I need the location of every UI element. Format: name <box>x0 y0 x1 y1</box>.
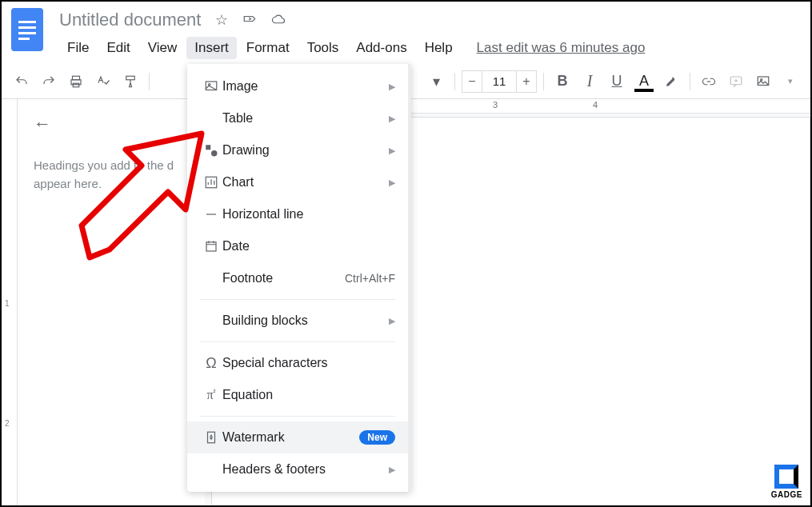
font-size-increase[interactable]: + <box>516 70 537 93</box>
svg-rect-13 <box>208 432 215 443</box>
menu-separator <box>200 341 395 342</box>
italic-button[interactable]: I <box>578 70 602 94</box>
submenu-arrow-icon: ▶ <box>389 465 395 475</box>
menu-tools[interactable]: Tools <box>299 37 347 59</box>
menu-item-table[interactable]: Table ▶ <box>187 102 408 134</box>
separator <box>543 73 544 90</box>
menu-item-label: Headers & footers <box>222 462 389 477</box>
watermark-icon <box>200 430 222 445</box>
menubar: File Edit View Insert Format Tools Add-o… <box>59 37 801 59</box>
add-comment-button[interactable] <box>724 70 748 94</box>
underline-button[interactable]: U <box>605 70 629 94</box>
menu-item-building-blocks[interactable]: Building blocks ▶ <box>187 305 408 337</box>
calendar-icon <box>200 239 222 254</box>
menu-item-special-characters[interactable]: Ω Special characters <box>187 347 408 379</box>
star-icon[interactable]: ☆ <box>215 11 228 29</box>
submenu-arrow-icon: ▶ <box>389 146 395 156</box>
menu-item-label: Equation <box>222 388 395 402</box>
insert-link-button[interactable] <box>697 70 721 94</box>
menu-insert[interactable]: Insert <box>186 37 237 59</box>
docs-logo[interactable] <box>11 8 43 51</box>
menu-edit[interactable]: Edit <box>98 37 138 59</box>
menu-format[interactable]: Format <box>238 37 298 59</box>
insert-image-button[interactable] <box>751 70 775 94</box>
menu-item-footnote[interactable]: Footnote Ctrl+Alt+F <box>187 262 408 294</box>
svg-point-10 <box>211 150 218 157</box>
menu-item-chart[interactable]: Chart ▶ <box>187 166 408 198</box>
outline-hint-line: appear here. <box>34 177 102 190</box>
menu-addons[interactable]: Add-ons <box>348 37 414 59</box>
vertical-ruler: 1 2 <box>2 99 18 507</box>
menu-view[interactable]: View <box>140 37 186 59</box>
svg-point-8 <box>209 84 210 86</box>
undo-button[interactable] <box>10 70 34 94</box>
move-icon[interactable] <box>242 13 257 27</box>
highlight-button[interactable] <box>659 70 683 94</box>
watermark-logo: GADGE <box>771 465 802 499</box>
menu-item-label: Date <box>222 239 395 254</box>
separator <box>149 73 150 90</box>
menu-help[interactable]: Help <box>417 37 461 59</box>
ruler-tick: 3 <box>493 100 498 110</box>
last-edit-link[interactable]: Last edit was 6 minutes ago <box>477 40 646 56</box>
separator <box>690 73 690 90</box>
new-badge: New <box>359 430 395 445</box>
menu-item-label: Chart <box>222 175 389 190</box>
svg-rect-12 <box>206 242 216 251</box>
svg-rect-3 <box>126 76 135 80</box>
svg-rect-9 <box>206 145 210 150</box>
menu-item-watermark[interactable]: Watermark New <box>187 421 408 453</box>
drawing-icon <box>200 143 222 158</box>
spellcheck-button[interactable] <box>91 70 115 94</box>
menu-item-horizontal-line[interactable]: Horizontal line <box>187 198 408 230</box>
separator <box>454 73 455 90</box>
menu-item-label: Image <box>222 79 389 94</box>
more-dropdown-caret[interactable]: ▾ <box>778 70 802 94</box>
menu-item-label: Watermark <box>222 430 359 445</box>
menu-separator <box>200 299 395 300</box>
submenu-arrow-icon: ▶ <box>389 316 395 326</box>
font-size-decrease[interactable]: − <box>462 70 482 93</box>
menu-item-label: Building blocks <box>222 313 389 328</box>
menu-item-label: Table <box>222 111 389 126</box>
bold-button[interactable]: B <box>550 70 574 94</box>
menu-item-drawing[interactable]: Drawing ▶ <box>187 134 408 166</box>
svg-rect-0 <box>73 76 80 80</box>
image-icon <box>200 79 222 94</box>
text-color-button[interactable]: A <box>632 70 656 94</box>
chart-icon <box>200 175 222 190</box>
svg-rect-2 <box>73 83 79 87</box>
ruler-tick: 4 <box>593 100 598 110</box>
font-size-value[interactable]: 11 <box>482 70 516 93</box>
ruler-tick: 2 <box>5 419 10 428</box>
outline-panel: ← Headings you add to the d appear here. <box>18 99 205 507</box>
ruler-tick: 1 <box>5 299 10 308</box>
menu-separator <box>200 416 395 417</box>
submenu-arrow-icon: ▶ <box>389 178 395 188</box>
menu-item-image[interactable]: Image ▶ <box>187 70 408 102</box>
menu-item-headers-footers[interactable]: Headers & footers ▶ <box>187 453 408 485</box>
menu-file[interactable]: File <box>59 37 97 59</box>
omega-icon: Ω <box>200 355 222 372</box>
menu-item-label: Special characters <box>222 356 395 370</box>
submenu-arrow-icon: ▶ <box>389 114 395 124</box>
redo-button[interactable] <box>37 70 61 94</box>
menu-item-label: Horizontal line <box>222 207 395 222</box>
pi-icon: π² <box>200 388 222 402</box>
outline-hint: Headings you add to the d appear here. <box>34 157 189 193</box>
document-title[interactable]: Untitled document <box>59 10 201 30</box>
font-size-control: − 11 + <box>462 70 537 93</box>
brand-text: GADGE <box>771 490 802 499</box>
horizontal-line-icon <box>200 207 222 222</box>
menu-item-equation[interactable]: π² Equation <box>187 379 408 411</box>
paint-format-button[interactable] <box>118 70 142 94</box>
font-dropdown-caret[interactable]: ▾ <box>424 70 448 94</box>
outline-collapse-icon[interactable]: ← <box>34 114 189 134</box>
outline-hint-line: Headings you add to the d <box>34 158 174 172</box>
cloud-status-icon[interactable] <box>271 13 286 27</box>
menu-item-date[interactable]: Date <box>187 230 408 262</box>
submenu-arrow-icon: ▶ <box>389 82 395 92</box>
menu-item-label: Drawing <box>222 143 389 158</box>
shortcut-label: Ctrl+Alt+F <box>345 272 395 285</box>
print-button[interactable] <box>64 70 88 94</box>
